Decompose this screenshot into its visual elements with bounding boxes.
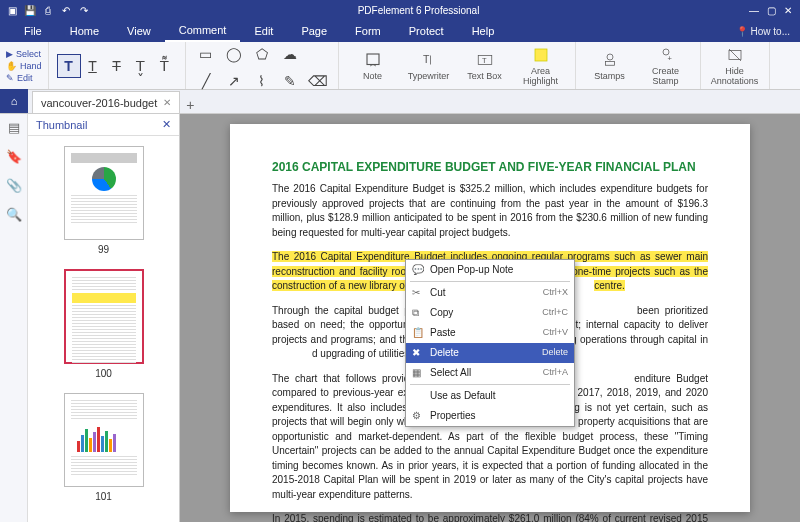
svg-text:+: + — [667, 54, 672, 63]
menu-bar: File Home View Comment Edit Page Form Pr… — [0, 20, 800, 42]
app-icon: ▣ — [6, 4, 18, 16]
page-thumbnail[interactable] — [64, 269, 144, 363]
svg-rect-5 — [535, 49, 547, 61]
caret-tool-icon[interactable]: T̬ — [129, 54, 153, 78]
add-tab-icon[interactable]: + — [186, 97, 194, 113]
undo-icon[interactable]: ↶ — [60, 4, 72, 16]
thumbnails-icon[interactable]: ▤ — [8, 120, 20, 135]
ctx-cut[interactable]: ✂CutCtrl+X — [406, 283, 574, 303]
window-title: PDFelement 6 Professional — [96, 5, 741, 16]
page-heading: 2016 CAPITAL EXPENDITURE BUDGET AND FIVE… — [272, 159, 708, 176]
thumb-label: 100 — [95, 368, 112, 379]
ctx-select-all[interactable]: ▦Select AllCtrl+A — [406, 363, 574, 383]
redo-icon[interactable]: ↷ — [78, 4, 90, 16]
pencil-shape-icon[interactable]: ✎ — [278, 69, 302, 93]
search-icon[interactable]: 🔍 — [6, 207, 22, 222]
thumbnail-panel-title: Thumbnail — [36, 119, 87, 131]
thumbnail-panel: Thumbnail ✕ 99 100 — [28, 114, 180, 522]
oval-shape-icon[interactable]: ◯ — [222, 42, 246, 66]
how-to-link[interactable]: 📍 How to... — [736, 26, 790, 37]
thumb-label: 99 — [98, 244, 109, 255]
document-tab[interactable]: vancouver-2016-budget ✕ — [32, 91, 180, 113]
textbox-button[interactable]: T Text Box — [459, 51, 511, 81]
context-menu: 💬Open Pop-up Note ✂CutCtrl+X ⧉CopyCtrl+C… — [405, 259, 575, 427]
polygon-shape-icon[interactable]: ⬠ — [250, 42, 274, 66]
side-strip: ▤ 🔖 📎 🔍 — [0, 114, 28, 522]
eraser-shape-icon[interactable]: ⌫ — [306, 69, 330, 93]
hand-tool[interactable]: ✋ Hand — [6, 61, 42, 71]
strikethrough-tool-icon[interactable]: T — [105, 54, 129, 78]
bookmarks-icon[interactable]: 🔖 — [6, 149, 22, 164]
svg-rect-7 — [605, 61, 614, 65]
document-tab-label: vancouver-2016-budget — [41, 97, 157, 109]
menu-home[interactable]: Home — [56, 20, 113, 42]
typewriter-button[interactable]: T Typewriter — [403, 51, 455, 81]
cloud-shape-icon[interactable]: ☁ — [278, 42, 302, 66]
pdf-page: 2016 CAPITAL EXPENDITURE BUDGET AND FIVE… — [230, 124, 750, 512]
menu-edit[interactable]: Edit — [240, 20, 287, 42]
save-icon[interactable]: 💾 — [24, 4, 36, 16]
svg-point-6 — [607, 54, 613, 60]
area-highlight-button[interactable]: Area Highlight — [515, 46, 567, 86]
svg-text:T: T — [423, 53, 430, 65]
ctx-paste[interactable]: 📋PasteCtrl+V — [406, 323, 574, 343]
document-viewport[interactable]: 2016 CAPITAL EXPENDITURE BUDGET AND FIVE… — [180, 114, 800, 522]
page-thumbnail[interactable] — [64, 393, 144, 487]
print-icon[interactable]: ⎙ — [42, 4, 54, 16]
thumbnail-panel-close-icon[interactable]: ✕ — [162, 118, 171, 131]
stamps-button[interactable]: Stamps — [584, 51, 636, 81]
ctx-use-default[interactable]: Use as Default — [406, 386, 574, 406]
menu-form[interactable]: Form — [341, 20, 395, 42]
line-shape-icon[interactable]: ╱ — [194, 69, 218, 93]
squiggly-tool-icon[interactable]: T͌ — [153, 54, 177, 78]
svg-rect-0 — [367, 54, 379, 65]
polyline-shape-icon[interactable]: ⌇ — [250, 69, 274, 93]
ctx-copy[interactable]: ⧉CopyCtrl+C — [406, 303, 574, 323]
menu-file[interactable]: File — [10, 20, 56, 42]
note-button[interactable]: Note — [347, 51, 399, 81]
document-tab-bar: ⌂ vancouver-2016-budget ✕ + — [0, 90, 800, 114]
svg-text:T: T — [482, 56, 487, 65]
body-text: The 2016 Capital Expenditure Budget is $… — [272, 182, 708, 240]
menu-view[interactable]: View — [113, 20, 165, 42]
ribbon: ▶ Select ✋ Hand ✎ Edit T T T T̬ T͌ ▭ ◯ ⬠… — [0, 42, 800, 90]
arrow-shape-icon[interactable]: ↗ — [222, 69, 246, 93]
hide-annotations-button[interactable]: Hide Annotations — [709, 46, 761, 86]
body-text: In 2015, spending is estimated to be app… — [272, 512, 708, 522]
select-tool[interactable]: ▶ Select — [6, 49, 41, 59]
menu-protect[interactable]: Protect — [395, 20, 458, 42]
minimize-icon[interactable]: — — [749, 5, 759, 16]
menu-page[interactable]: Page — [287, 20, 341, 42]
page-thumbnail[interactable] — [64, 146, 144, 240]
home-tab-icon[interactable]: ⌂ — [0, 89, 28, 113]
ctx-open-popup[interactable]: 💬Open Pop-up Note — [406, 260, 574, 280]
thumb-label: 101 — [95, 491, 112, 502]
ctx-delete[interactable]: ✖DeleteDelete — [406, 343, 574, 363]
title-bar: ▣ 💾 ⎙ ↶ ↷ PDFelement 6 Professional — ▢ … — [0, 0, 800, 20]
close-icon[interactable]: ✕ — [784, 5, 792, 16]
menu-help[interactable]: Help — [458, 20, 509, 42]
underline-tool-icon[interactable]: T — [81, 54, 105, 78]
create-stamp-button[interactable]: + Create Stamp — [640, 46, 692, 86]
attachments-icon[interactable]: 📎 — [6, 178, 22, 193]
rect-shape-icon[interactable]: ▭ — [194, 42, 218, 66]
menu-comment[interactable]: Comment — [165, 20, 241, 42]
tab-close-icon[interactable]: ✕ — [163, 97, 171, 108]
edit-tool[interactable]: ✎ Edit — [6, 73, 33, 83]
maximize-icon[interactable]: ▢ — [767, 5, 776, 16]
highlight-tool-icon[interactable]: T — [57, 54, 81, 78]
ctx-properties[interactable]: ⚙Properties — [406, 406, 574, 426]
